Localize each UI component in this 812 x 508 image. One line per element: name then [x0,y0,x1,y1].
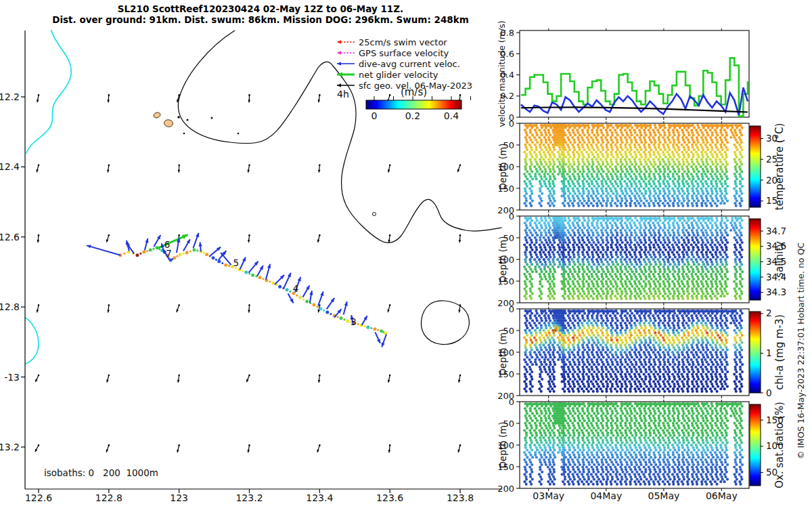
section-dots-oxygen [523,402,744,486]
date-axis: 03May04May05May06May [533,490,737,501]
title-line-1: SL210 ScottReef120230424 02-May 12Z to 0… [0,3,521,14]
svg-text:04May: 04May [590,490,622,501]
svg-text:03May: 03May [533,490,564,501]
colorbar-salinity [750,219,761,300]
geo-velocity-arrow-grid [35,94,461,452]
svg-text:net glider velocity: net glider velocity [359,70,438,80]
svg-text:200: 200 [497,484,514,494]
svg-text:GPS surface velocity: GPS surface velocity [359,48,449,58]
map-y-axis: 12.212.412.612.8-1313.2 [0,30,25,489]
svg-text:0: 0 [766,387,772,398]
map-x-axis: 122.6122.8123123.2123.4123.6123.8 [25,489,502,503]
svg-text:chl-a (mg m-3): chl-a (mg m-3) [773,314,786,389]
section-dots-salinity [523,217,744,300]
svg-text:25cm/s swim vector: 25cm/s swim vector [359,37,447,47]
svg-text:0: 0 [509,119,514,129]
velocity-axis-label: velocity magnitude (m/s) [497,20,507,127]
svg-text:4: 4 [293,283,299,294]
svg-text:3: 3 [351,316,357,327]
svg-text:12.4: 12.4 [0,161,20,172]
svg-text:122.6: 122.6 [25,492,52,503]
svg-text:34.7: 34.7 [766,226,786,236]
svg-text:0: 0 [509,211,514,221]
svg-text:123.4: 123.4 [306,492,333,503]
map-panel: 122.6122.8123123.2123.4123.6123.812.212.… [0,30,502,503]
title-line-2: Dist. over ground: 91km. Dist. swum: 86k… [0,14,521,25]
depth-axis-label: Depth (m) [497,143,508,190]
section-salinity: 050100150200Depth (m)34.734.634.534.434.… [497,211,786,308]
svg-text:123.8: 123.8 [447,492,474,503]
svg-text:2: 2 [766,308,772,318]
depth-axis-label: Depth (m) [497,329,508,375]
section-chl-a: 050100150200Depth (m)210chl-a (mg m-3) [497,304,786,401]
figure-canvas: 122.6122.8123123.2123.4123.6123.812.212.… [0,0,812,508]
svg-text:05May: 05May [648,490,680,501]
section-dots-chl-a [523,310,744,393]
imos-watermark: © IMOS 16-May-2023 22:37:01 Hobart time.… [796,242,806,459]
svg-text:1: 1 [766,347,772,358]
watermark: © IMOS 16-May-2023 22:37:01 Hobart time.… [796,242,806,459]
svg-text:4h: 4h [337,89,349,100]
svg-text:(m/s): (m/s) [401,86,427,98]
svg-text:0: 0 [509,304,514,314]
svg-text:temperature (°C): temperature (°C) [773,123,786,211]
velocity-panel: 00.20.40.60.8velocity magnitude (m/s) [497,20,749,127]
colorbar-temperature [750,126,761,207]
svg-text:34.3: 34.3 [766,287,786,297]
section-oxygen: 050100150200Depth (m)15010050Ox. sat. ra… [497,397,786,494]
svg-text:dive-avg current veloc.: dive-avg current veloc. [359,59,460,69]
svg-text:7: 7 [166,248,172,259]
svg-text:0.2: 0.2 [405,110,420,121]
figure-root: SL210 ScottReef120230424 02-May 12Z to 0… [0,0,812,508]
svg-text:Ox. sat. ratio (%): Ox. sat. ratio (%) [773,402,786,488]
svg-text:123: 123 [170,492,188,503]
svg-text:0.4: 0.4 [444,110,459,121]
svg-text:122.8: 122.8 [95,492,122,503]
svg-text:12.8: 12.8 [0,301,20,312]
svg-text:06May: 06May [706,490,738,501]
svg-text:5: 5 [233,257,239,268]
colorbar-chl-a [750,312,761,393]
section-temperature: 050100150200Depth (m)30252015temperature… [497,119,786,215]
series-sfc-geostrophic-velocity [521,107,748,112]
colorbar-oxygen [750,404,761,486]
svg-text:123.2: 123.2 [235,492,263,503]
isobaths-note: isobaths: 0 200 1000m [44,467,158,478]
svg-text:-13: -13 [4,372,20,383]
svg-text:0: 0 [371,110,378,121]
map-title-block: SL210 ScottReef120230424 02-May 12Z to 0… [0,3,521,25]
track-velocity-arrows [87,233,386,347]
dive-number-labels: 34567 [164,239,357,327]
depth-axis-label: Depth (m) [497,421,508,468]
svg-text:13.2: 13.2 [0,442,20,452]
map-colorbar: 00.20.4(m/s) [366,86,471,121]
svg-text:0: 0 [509,397,514,407]
svg-text:123.6: 123.6 [376,492,403,503]
section-dots-temperature [523,124,744,207]
depth-axis-label: Depth (m) [497,236,508,282]
glider-track [118,246,387,335]
svg-text:salinity: salinity [773,241,786,278]
svg-text:12.6: 12.6 [0,232,20,242]
svg-text:12.2: 12.2 [0,91,20,102]
